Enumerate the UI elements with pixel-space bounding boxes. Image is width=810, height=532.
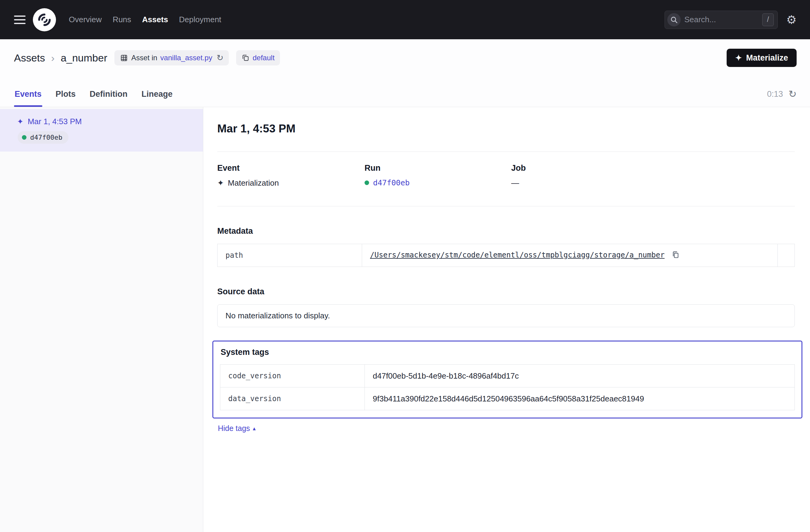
- metadata-actions-cell: [778, 244, 795, 267]
- materialize-button[interactable]: ✦ Materialize: [727, 49, 797, 67]
- copy-icon[interactable]: [671, 251, 680, 260]
- hide-tags-link[interactable]: Hide tags ▴: [218, 424, 256, 433]
- group-link[interactable]: default: [253, 53, 274, 62]
- run-badge[interactable]: d47f00eb: [18, 131, 68, 144]
- hide-tags-label: Hide tags: [218, 424, 250, 433]
- asset-group-badge: default: [236, 50, 280, 65]
- caret-up-icon: ▴: [253, 425, 256, 432]
- breadcrumb: Assets › a_number Asset in vanilla_asset…: [14, 48, 797, 68]
- nav-assets[interactable]: Assets: [142, 15, 168, 25]
- search-shortcut-key: /: [762, 13, 774, 26]
- tab-plots[interactable]: Plots: [55, 90, 76, 107]
- event-value: Materialization: [228, 178, 279, 188]
- divider: [217, 206, 795, 206]
- asset-origin-prefix: Asset in: [131, 53, 157, 62]
- topbar-right: / ⚙: [665, 11, 797, 29]
- summary-job-column: Job —: [511, 163, 526, 188]
- job-label: Job: [511, 163, 526, 173]
- menu-button[interactable]: [13, 14, 26, 26]
- grid-icon: [120, 54, 128, 62]
- asset-file-link[interactable]: vanilla_asset.py: [160, 53, 212, 62]
- materialization-sparkle-icon: ✦: [17, 117, 23, 126]
- content-area: ✦ Mar 1, 4:53 PM d47f00eb Mar 1, 4:53 PM…: [0, 107, 810, 532]
- topbar: Overview Runs Assets Deployment / ⚙: [0, 0, 810, 39]
- source-data-heading: Source data: [217, 287, 795, 296]
- group-icon: [242, 54, 249, 62]
- tabs-bar: Events Plots Definition Lineage 0:13 ↻: [14, 79, 797, 107]
- run-status-dot: [364, 180, 369, 185]
- summary-run-column: Run d47f00eb: [364, 163, 511, 188]
- search-box[interactable]: /: [665, 11, 778, 29]
- run-label: Run: [364, 163, 511, 173]
- summary-event-column: Event ✦ Materialization: [217, 163, 364, 188]
- tab-lineage[interactable]: Lineage: [141, 90, 173, 107]
- event-label: Event: [217, 163, 364, 173]
- divider: [217, 151, 795, 152]
- tag-value: d47f00eb-5d1b-4e9e-b18c-4896af4bd17c: [373, 371, 519, 381]
- breadcrumb-assets-link[interactable]: Assets: [14, 52, 45, 64]
- metadata-heading: Metadata: [217, 226, 795, 236]
- tab-definition[interactable]: Definition: [89, 90, 128, 107]
- metadata-table: path /Users/smackesey/stm/code/elementl/…: [217, 244, 795, 267]
- asset-origin-badge: Asset in vanilla_asset.py ↻: [114, 50, 229, 65]
- nav-runs[interactable]: Runs: [113, 15, 131, 25]
- run-status-dot: [22, 135, 27, 140]
- table-row: code_version d47f00eb-5d1b-4e9e-b18c-489…: [220, 365, 795, 387]
- event-title: Mar 1, 4:53 PM: [217, 122, 795, 135]
- path-value-link[interactable]: /Users/smackesey/stm/code/elementl/oss/t…: [370, 251, 665, 259]
- dagster-swirl-icon: [36, 12, 52, 28]
- system-tags-table: code_version d47f00eb-5d1b-4e9e-b18c-489…: [220, 364, 795, 410]
- refresh-area: 0:13 ↻: [767, 89, 797, 107]
- run-id: d47f00eb: [30, 134, 62, 141]
- source-data-empty-message: No materializations to display.: [217, 304, 795, 327]
- event-summary: Event ✦ Materialization Run d47f00eb Job: [217, 163, 795, 188]
- system-tags-section: System tags code_version d47f00eb-5d1b-4…: [212, 341, 803, 418]
- tag-key: data_version: [220, 387, 365, 410]
- system-tags-heading: System tags: [221, 348, 795, 357]
- breadcrumb-current-asset: a_number: [61, 52, 107, 64]
- reload-definitions-icon[interactable]: ↻: [217, 53, 224, 63]
- event-timestamp-row: ✦ Mar 1, 4:53 PM: [17, 117, 196, 126]
- top-navigation: Overview Runs Assets Deployment: [69, 15, 221, 25]
- breadcrumb-chevron-icon: ›: [51, 52, 54, 64]
- table-row: data_version 9f3b411a390fd22e158d446d5d1…: [220, 387, 795, 410]
- nav-deployment[interactable]: Deployment: [179, 15, 221, 25]
- job-value: —: [511, 178, 526, 188]
- search-input[interactable]: [684, 15, 762, 25]
- metadata-key: path: [217, 244, 362, 267]
- event-list-item[interactable]: ✦ Mar 1, 4:53 PM d47f00eb: [0, 109, 203, 151]
- app-root: Overview Runs Assets Deployment / ⚙ Asse…: [0, 0, 810, 532]
- materialize-label: Materialize: [746, 53, 788, 63]
- table-row: path /Users/smackesey/stm/code/elementl/…: [217, 244, 795, 267]
- tag-value: 9f3b411a390fd22e158d446d5d12504963596aa6…: [373, 394, 644, 403]
- event-timestamp: Mar 1, 4:53 PM: [28, 117, 82, 126]
- nav-overview[interactable]: Overview: [69, 15, 102, 25]
- run-id-link[interactable]: d47f00eb: [373, 178, 409, 187]
- refresh-countdown: 0:13: [767, 90, 783, 99]
- events-sidebar: ✦ Mar 1, 4:53 PM d47f00eb: [0, 107, 203, 532]
- refresh-icon[interactable]: ↻: [789, 89, 797, 99]
- page-header: Assets › a_number Asset in vanilla_asset…: [0, 39, 810, 107]
- tag-key: code_version: [220, 365, 365, 387]
- dagster-logo: [33, 8, 56, 31]
- search-icon: [667, 13, 681, 27]
- settings-gear-icon[interactable]: ⚙: [786, 14, 797, 26]
- materialization-icon: ✦: [217, 178, 224, 188]
- materialize-sparkle-icon: ✦: [735, 53, 742, 63]
- event-detail-panel: Mar 1, 4:53 PM Event ✦ Materialization R…: [203, 107, 810, 532]
- tab-events[interactable]: Events: [14, 90, 42, 107]
